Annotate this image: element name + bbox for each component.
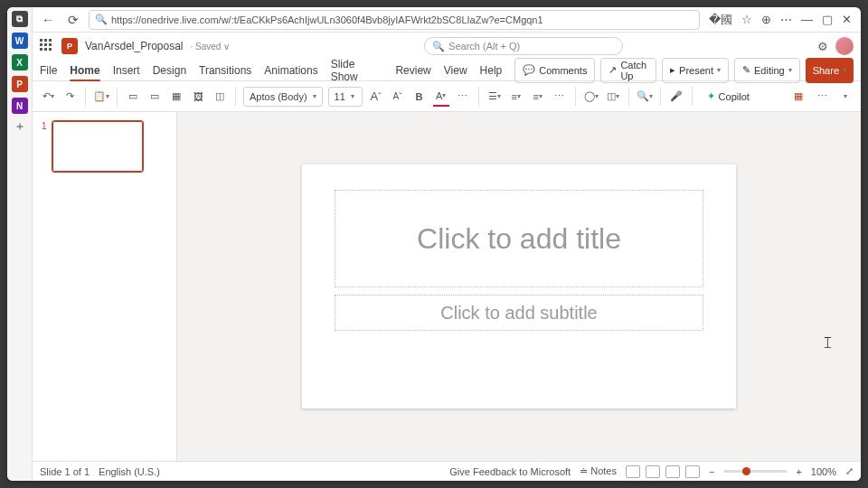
work-area: 1 Click to add title Click to add subtit… [33,112,861,461]
url-text: https://onedrive.live.com/w/:t/EaCKkPs6A… [111,14,543,25]
photo-button[interactable]: 🖼 [190,87,206,107]
document-name[interactable]: VanArsdel_Proposal [85,40,184,52]
status-bar: Slide 1 of 1 English (U.S.) Give Feedbac… [33,461,861,481]
tab-design[interactable]: Design [153,64,186,77]
editing-button[interactable]: ✎ Editing ▾ [734,58,800,83]
onenote-icon[interactable]: N [12,98,28,114]
paste-button[interactable]: 📋▾ [93,87,109,107]
text-cursor-icon: 𝙸 [822,333,834,352]
slide-counter[interactable]: Slide 1 of 1 [40,466,90,477]
normal-view-button[interactable] [626,465,640,478]
powerpoint-logo-icon: P [61,38,78,54]
more-para-button[interactable]: ⋯ [552,87,568,107]
layout-button[interactable]: ▭ [146,87,163,107]
slide-canvas[interactable]: Click to add title Click to add subtitle… [177,112,861,461]
decrease-font-button[interactable]: Aˇ [390,87,406,107]
collapse-ribbon-button[interactable]: ▾ [837,87,854,107]
read-aloud-icon[interactable]: �國 [709,12,732,28]
bullets-button[interactable]: ☰▾ [486,87,503,107]
find-button[interactable]: 🔍▾ [637,87,653,107]
add-app-icon[interactable]: ＋ [13,119,27,134]
more-icon[interactable]: ⋯ [780,13,792,26]
tab-home[interactable]: Home [70,64,99,77]
search-input[interactable]: 🔍 Search (Alt + Q) [424,37,623,55]
tab-file[interactable]: File [40,64,57,77]
minimize-button[interactable]: — [801,13,813,26]
font-color-button[interactable]: A▾ [433,87,449,107]
excel-icon[interactable]: X [12,54,28,70]
bold-button[interactable]: B [411,87,428,107]
subtitle-placeholder[interactable]: Click to add subtitle [335,295,703,331]
avatar[interactable] [835,37,854,55]
tab-animations[interactable]: Animations [264,64,317,77]
sorter-view-button[interactable] [646,465,660,478]
notes-button[interactable]: ≐ Notes [580,465,617,477]
search-placeholder: Search (Alt + Q) [448,41,520,52]
tab-view[interactable]: View [444,64,467,77]
more-commands-button[interactable]: ⋯ [814,87,830,107]
settings-icon[interactable]: ⚙ [817,40,828,53]
language-status[interactable]: English (U.S.) [99,466,160,477]
app-launcher-icon[interactable] [40,39,54,53]
powerpoint-icon[interactable]: P [12,76,28,92]
zoom-out-button[interactable]: − [709,466,714,477]
share-button[interactable]: Share ▾ [806,58,854,83]
ribbon: ↶▾ ↷ 📋▾ ▭ ▭ ▦ 🖼 ◫ Aptos (Body)▾ 11▾ Aˆ A… [33,81,861,112]
more-font-button[interactable]: ⋯ [455,87,471,107]
copy-icon[interactable]: ⧉ [12,11,28,27]
zoom-slider[interactable] [723,470,787,473]
arrange-button[interactable]: ◫▾ [605,87,621,107]
thumbnail-preview[interactable] [52,121,143,172]
undo-button[interactable]: ↶▾ [40,87,56,107]
close-button[interactable]: ✕ [842,13,852,26]
browser-bar: ← ⟳ 🔍 https://onedrive.live.com/w/:t/EaC… [33,7,861,33]
redo-button[interactable]: ↷ [61,87,78,107]
feedback-link[interactable]: Give Feedback to Microsoft [449,466,571,477]
maximize-button[interactable]: ▢ [822,13,833,26]
ribbon-tabs: File Home Insert Design Transitions Anim… [33,60,861,81]
fit-to-window-button[interactable]: ⤢ [845,465,854,477]
slide[interactable]: Click to add title Click to add subtitle [302,164,736,408]
tab-slideshow[interactable]: Slide Show [331,58,383,83]
present-button[interactable]: ▸ Present ▾ [662,58,729,83]
shapes-button[interactable]: ◯▾ [583,87,599,107]
tab-review[interactable]: Review [395,64,430,77]
numbering-button[interactable]: ≡▾ [508,87,524,107]
tab-help[interactable]: Help [480,64,503,77]
new-slide-button[interactable]: ▭ [125,87,141,107]
align-button[interactable]: ≡▾ [530,87,546,107]
increase-font-button[interactable]: Aˆ [368,87,384,107]
reading-view-button[interactable] [665,465,680,478]
designer-button[interactable]: ▦ [790,87,807,107]
word-icon[interactable]: W [12,33,28,49]
lock-icon: 🔍 [95,14,108,25]
zoom-in-button[interactable]: + [796,466,801,477]
title-placeholder[interactable]: Click to add title [335,190,703,287]
app-strip: ⧉ W X P N ＋ [7,7,33,481]
font-name-select[interactable]: Aptos (Body)▾ [243,87,323,107]
refresh-button[interactable]: ⟳ [63,13,83,27]
copilot-button[interactable]: ✦ Copilot [700,89,757,103]
search-icon: 🔍 [432,41,445,52]
comments-button[interactable]: 💬 Comments [514,58,595,83]
slide-thumbnails-pane[interactable]: 1 [33,112,177,461]
tab-transitions[interactable]: Transitions [199,64,251,77]
save-status[interactable]: · Saved ∨ [191,42,231,52]
title-bar: P VanArsdel_Proposal · Saved ∨ 🔍 Search … [33,33,861,60]
font-size-select[interactable]: 11▾ [328,87,363,107]
slideshow-view-button[interactable] [685,465,700,478]
zoom-level[interactable]: 100% [811,466,836,477]
collections-icon[interactable]: ⊕ [761,13,771,26]
thumbnail-1[interactable]: 1 [42,121,167,172]
catch-up-button[interactable]: ↗ Catch Up [600,58,656,83]
tab-insert[interactable]: Insert [113,64,140,77]
dictate-button[interactable]: 🎤 [668,87,684,107]
url-bar[interactable]: 🔍 https://onedrive.live.com/w/:t/EaCKkPs… [89,10,700,30]
table-button[interactable]: ▦ [168,87,184,107]
favorite-icon[interactable]: ☆ [741,13,752,26]
draw-button[interactable]: ◫ [212,87,228,107]
back-button[interactable]: ← [38,13,58,27]
slide-number: 1 [42,121,47,172]
